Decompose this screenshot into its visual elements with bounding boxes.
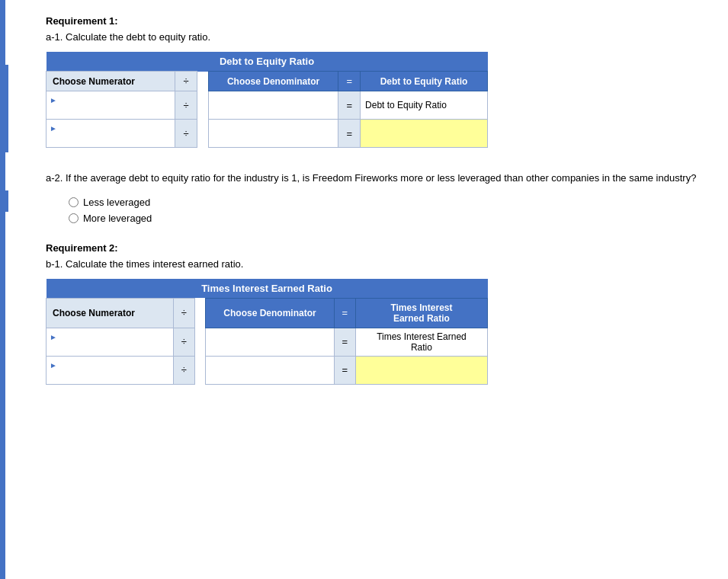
- table1-row2-denominator-input[interactable]: [212, 129, 335, 139]
- table1-row1-numerator[interactable]: ►: [47, 91, 175, 120]
- table1-row2-denominator[interactable]: [208, 120, 338, 148]
- radio-less[interactable]: [69, 197, 79, 207]
- table2-row1-denominator-input[interactable]: [209, 337, 330, 347]
- radio-item-less[interactable]: Less leveraged: [69, 197, 705, 208]
- left-blue-bar: [0, 0, 5, 418]
- table1-col-result: Debt to Equity Ratio: [361, 72, 488, 91]
- table2-row2: ► ÷ =: [47, 356, 488, 384]
- left-accent-bar-1: [5, 65, 8, 152]
- table2-row2-numerator-input[interactable]: [50, 371, 170, 382]
- table1-header: Debt to Equity Ratio: [47, 52, 488, 72]
- table2-col-result: Times Interest Earned Ratio: [355, 298, 487, 328]
- debt-equity-table: Debt to Equity Ratio Choose Numerator ÷ …: [46, 52, 488, 148]
- times-interest-table: Times Interest Earned Ratio Choose Numer…: [46, 279, 488, 385]
- table2-row1-denominator[interactable]: [206, 328, 334, 356]
- table1-row1-eq: =: [338, 91, 361, 120]
- a2-text: a-2. If the average debt to equity ratio…: [46, 171, 705, 186]
- table1-row1-numerator-input[interactable]: [50, 106, 172, 117]
- table2-row1-arrow: [194, 328, 206, 356]
- table2-header: Times Interest Earned Ratio: [47, 279, 488, 299]
- a2-section: a-2. If the average debt to equity ratio…: [46, 171, 705, 224]
- req2-b1-text: b-1. Calculate the times interest earned…: [46, 258, 705, 270]
- table2-row1-numerator-input[interactable]: [50, 343, 170, 353]
- table1-row2-eq: =: [338, 120, 361, 148]
- debt-equity-table-container: Debt to Equity Ratio Choose Numerator ÷ …: [46, 52, 488, 148]
- table1-arrow1: [197, 72, 208, 91]
- table1-col-div-header: ÷: [175, 72, 197, 91]
- table2-row2-denominator-input[interactable]: [209, 365, 330, 376]
- table2-col-numerator: Choose Numerator: [47, 298, 174, 328]
- table2-col-eq-header: =: [334, 298, 355, 328]
- table1-col-numerator: Choose Numerator: [47, 72, 175, 91]
- table2-col-denominator: Choose Denominator: [206, 298, 334, 328]
- table2-col-div-header: ÷: [173, 298, 194, 328]
- table2-row2-arrow: [194, 356, 206, 384]
- radio-group: Less leveraged More leveraged: [69, 197, 705, 224]
- table2-row2-denominator[interactable]: [206, 356, 334, 384]
- table1-row1-div: ÷: [175, 91, 197, 120]
- table2-row1-eq: =: [334, 328, 355, 356]
- radio-less-label: Less leveraged: [83, 197, 150, 208]
- table1-row2-div: ÷: [175, 120, 197, 148]
- table2-row1-numerator[interactable]: ►: [47, 328, 174, 356]
- table2-row2-result: [355, 356, 487, 384]
- table1-row1: ► ÷ = Debt to Equity Ratio: [47, 91, 488, 120]
- table1-row1-denominator-input[interactable]: [212, 101, 335, 111]
- table2-row1-div: ÷: [173, 328, 194, 356]
- table1-col-eq-header: =: [338, 72, 361, 91]
- table2-row2-numerator[interactable]: ►: [47, 356, 174, 384]
- req2-title: Requirement 2:: [46, 242, 705, 254]
- table2-row2-eq: =: [334, 356, 355, 384]
- table1-row1-arrow: [197, 91, 208, 120]
- table1-row2-numerator[interactable]: ►: [47, 120, 175, 148]
- times-interest-table-container: Times Interest Earned Ratio Choose Numer…: [46, 279, 488, 385]
- radio-item-more[interactable]: More leveraged: [69, 213, 705, 224]
- radio-more-label: More leveraged: [83, 213, 152, 224]
- req1-title: Requirement 1:: [46, 15, 705, 27]
- table2-row1: ► ÷ = Times Interest Earned Ratio: [47, 328, 488, 356]
- table1-row1-denominator[interactable]: [208, 91, 338, 120]
- table1-row2-arrow: [197, 120, 208, 148]
- table1-row2-numerator-input[interactable]: [50, 134, 172, 145]
- table1-row2: ► ÷ =: [47, 120, 488, 148]
- table2-arrow1: [194, 298, 206, 328]
- table1-row1-result: Debt to Equity Ratio: [361, 91, 488, 120]
- radio-more[interactable]: [69, 213, 79, 223]
- table2-row1-result: Times Interest Earned Ratio: [355, 328, 487, 356]
- table2-row2-div: ÷: [173, 356, 194, 384]
- table1-row2-result: [361, 120, 488, 148]
- left-accent-bar-2: [5, 190, 8, 212]
- req1-a1-text: a-1. Calculate the debt to equity ratio.: [46, 31, 705, 43]
- table1-col-denominator: Choose Denominator: [208, 72, 338, 91]
